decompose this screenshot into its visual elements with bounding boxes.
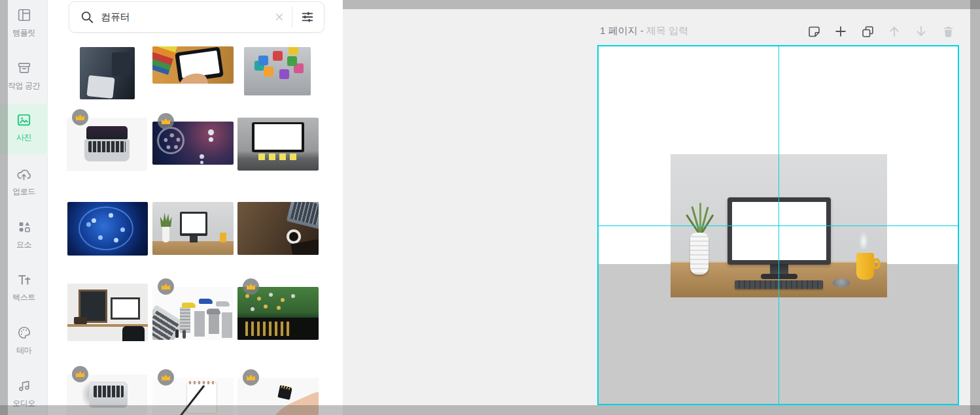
photo-result-thumbnail[interactable] <box>67 118 147 171</box>
photo-result-thumbnail[interactable] <box>237 287 319 340</box>
premium-crown-icon <box>243 278 259 295</box>
photo-result-thumbnail[interactable] <box>67 284 148 341</box>
photo-result-thumbnail[interactable] <box>80 47 135 99</box>
page-memo-button[interactable] <box>806 24 822 39</box>
thumbnail-image <box>244 47 311 95</box>
thumbnail-image <box>152 46 234 84</box>
page-toolbar <box>806 24 956 39</box>
photo-result-thumbnail[interactable] <box>67 202 148 256</box>
search-input[interactable] <box>101 12 273 23</box>
clear-x-icon[interactable] <box>273 11 285 23</box>
sidebar-item-label: 요소 <box>0 239 48 250</box>
thumbnail-image <box>67 284 148 341</box>
page-title-separator: - <box>640 25 644 36</box>
sidebar-item-text[interactable]: 텍스트 <box>0 265 48 314</box>
photo-result-thumbnail[interactable] <box>237 378 319 415</box>
thumbnail-image <box>80 47 135 99</box>
search-icon <box>80 10 94 24</box>
canvas-page[interactable] <box>597 45 959 405</box>
photo-result-thumbnail[interactable] <box>152 122 234 165</box>
sidebar-item-elements[interactable]: 요소 <box>0 212 48 261</box>
sidebar-item-photos[interactable]: 사진 <box>0 105 48 154</box>
move-page-up-button[interactable] <box>886 24 902 39</box>
page-header: 1 페이지 - 제목 입력 <box>597 24 977 39</box>
page-title-placeholder: 제목 입력 <box>646 25 688 36</box>
design-editor-window: 템플릿 작업 공간 사진 업로드 요소 <box>0 0 980 415</box>
photo-image-icon <box>0 112 48 127</box>
premium-crown-icon <box>243 369 259 386</box>
thumbnail-image <box>237 118 319 171</box>
sidebar-item-workspace[interactable]: 작업 공간 <box>0 53 48 103</box>
thumbnail-image <box>237 202 319 255</box>
premium-crown-icon <box>158 369 174 386</box>
sidebar-item-label: 작업 공간 <box>0 80 48 91</box>
upload-cloud-icon <box>0 166 48 182</box>
elements-shapes-icon <box>0 219 48 235</box>
photo-result-thumbnail[interactable] <box>152 287 234 340</box>
photo-result-thumbnail[interactable] <box>152 202 234 255</box>
photo-result-thumbnail[interactable] <box>244 47 311 95</box>
canvas-area: 1 페이지 - 제목 입력 <box>343 0 980 415</box>
audio-note-icon <box>0 378 48 393</box>
duplicate-page-button[interactable] <box>860 24 875 39</box>
photo-search-panel <box>48 0 343 415</box>
sidebar-item-label: 템플릿 <box>0 27 48 39</box>
search-box <box>69 1 324 33</box>
text-Tt-icon <box>0 272 48 288</box>
premium-crown-icon <box>72 109 88 125</box>
sidebar-item-label: 사진 <box>0 132 48 143</box>
sidebar-item-label: 업로드 <box>0 186 48 197</box>
photo-result-thumbnail[interactable] <box>152 378 234 415</box>
sidebar-item-templates[interactable]: 템플릿 <box>0 0 48 50</box>
filter-sliders-icon[interactable] <box>300 10 315 24</box>
canvas-photo-element[interactable] <box>671 154 887 297</box>
thumbnail-image <box>67 202 148 256</box>
thumbnail-image <box>67 118 147 171</box>
sidebar-item-audio[interactable]: 오디오 <box>0 371 48 415</box>
premium-crown-icon <box>72 366 88 382</box>
photo-result-thumbnail[interactable] <box>67 374 147 415</box>
sidebar-item-label: 오디오 <box>0 398 48 409</box>
photo-result-thumbnail[interactable] <box>152 46 234 84</box>
thumbnail-image <box>152 202 234 255</box>
search-divider <box>292 7 292 27</box>
photo-result-thumbnail[interactable] <box>237 202 319 255</box>
premium-crown-icon <box>158 278 174 295</box>
sidebar-item-label: 텍스트 <box>0 292 48 303</box>
sidebar: 템플릿 작업 공간 사진 업로드 요소 <box>0 0 48 415</box>
workspace-box-icon <box>0 60 48 76</box>
page-index-label: 1 페이지 <box>600 25 638 36</box>
thumbnail-image <box>152 287 234 340</box>
sidebar-item-upload[interactable]: 업로드 <box>0 159 48 208</box>
add-page-button[interactable] <box>833 24 849 39</box>
theme-palette-icon <box>0 325 48 340</box>
delete-page-button[interactable] <box>940 24 956 39</box>
template-grid-icon <box>0 7 48 23</box>
sidebar-item-theme[interactable]: 테마 <box>0 318 48 367</box>
premium-crown-icon <box>158 113 174 129</box>
sidebar-item-label: 테마 <box>0 345 48 356</box>
page-title[interactable]: 1 페이지 - 제목 입력 <box>600 25 688 37</box>
thumbnail-image <box>237 287 319 340</box>
move-page-down-button[interactable] <box>913 24 929 39</box>
photo-result-thumbnail[interactable] <box>237 118 319 171</box>
